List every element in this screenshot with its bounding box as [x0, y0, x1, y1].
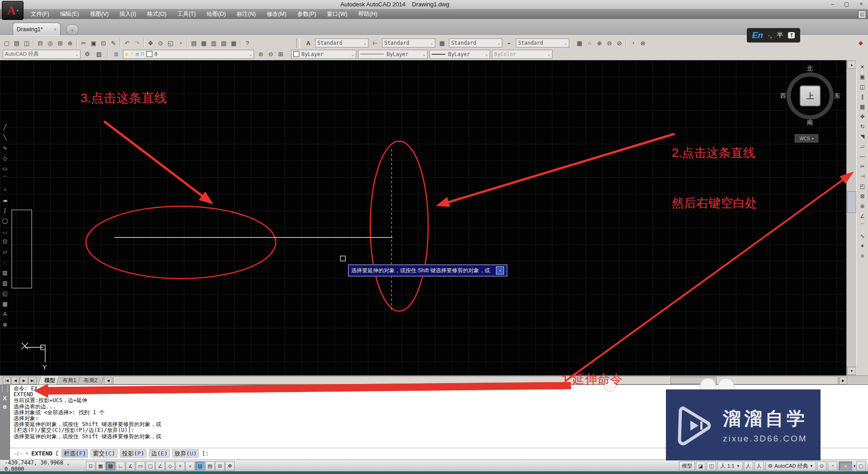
properties-palette-icon[interactable]: ▤: [189, 38, 199, 48]
match-properties-icon[interactable]: ✎: [108, 38, 118, 48]
hscroll-left-icon[interactable]: ◀: [104, 377, 112, 384]
infer-constraints-toggle[interactable]: ⊡: [86, 461, 95, 471]
viewcube-top-face[interactable]: 上: [800, 85, 821, 106]
open-icon[interactable]: ▤: [12, 38, 22, 48]
option-chip-C[interactable]: 窗交(C): [90, 449, 117, 458]
menubar-overflow-icon[interactable]: ◱: [858, 10, 866, 19]
close-icon[interactable]: X: [3, 395, 7, 402]
ime-lang-label[interactable]: En: [752, 30, 763, 40]
print-icon[interactable]: ⊟: [35, 38, 45, 48]
table-style-icon[interactable]: ▦: [437, 38, 447, 48]
viewcube-south-label[interactable]: 南: [807, 118, 813, 127]
viewports-icon[interactable]: ▦: [575, 38, 585, 48]
draw-polyline-icon[interactable]: ∿: [0, 143, 9, 152]
ellipse-wide-entity[interactable]: [86, 206, 276, 279]
modify-blend-icon[interactable]: ∿: [857, 231, 868, 241]
draw-point-icon[interactable]: ∙: [0, 258, 9, 266]
ime-language-bar[interactable]: En ·, 半 T: [747, 28, 800, 43]
zoom-window-icon[interactable]: ◱: [165, 38, 175, 48]
modify-join-icon[interactable]: ⊕: [857, 201, 868, 211]
print-preview-icon[interactable]: ◎: [45, 38, 55, 48]
ime-skin-icon[interactable]: T: [788, 32, 795, 38]
modify-scale-icon[interactable]: ◥: [857, 132, 868, 142]
view-del-icon[interactable]: ⊗: [638, 38, 648, 48]
linetype-select[interactable]: ByLayer⌄: [358, 50, 428, 59]
wrench-icon[interactable]: ⚙: [3, 404, 7, 410]
help-icon[interactable]: ?: [242, 38, 252, 48]
scroll-down-icon[interactable]: ▼: [847, 367, 856, 375]
tooltip-more-icon[interactable]: ▪: [496, 266, 504, 275]
layer-match-icon[interactable]: ⊞: [276, 49, 286, 59]
modify-move-icon[interactable]: ✥: [857, 112, 868, 122]
option-chip-U[interactable]: 放弃(U): [172, 449, 199, 458]
draw-hatch-icon[interactable]: ▨: [0, 268, 9, 277]
ime-punct-label[interactable]: ·,: [768, 32, 772, 39]
modify-array-icon[interactable]: ▦: [857, 102, 868, 112]
drawing-quick-view-icon[interactable]: ◫: [707, 461, 716, 471]
draw-region-icon[interactable]: ◱: [0, 289, 9, 298]
toolbar-grip[interactable]: [296, 38, 300, 47]
workspace-settings-icon[interactable]: ⚙: [82, 49, 92, 59]
undo-icon[interactable]: ↶: [122, 38, 132, 48]
option-chip-F[interactable]: 栏选(F): [61, 449, 88, 458]
viewcube-north-label[interactable]: 北: [807, 65, 813, 73]
tab-nav-first-icon[interactable]: |◀: [3, 377, 11, 384]
draw-polygon-icon[interactable]: ◇: [0, 154, 9, 162]
status-bulb-icon[interactable]: ●: [839, 461, 852, 471]
transparency-toggle[interactable]: ▨: [195, 461, 205, 471]
panel-grip[interactable]: [2, 386, 8, 392]
lineweight-select[interactable]: ByLayer⌄: [429, 50, 490, 59]
vertical-scrollbar[interactable]: ▲ ▼: [846, 60, 857, 375]
polar-tracking-toggle[interactable]: ∡: [126, 461, 135, 471]
layer-prev-icon[interactable]: ⊝: [266, 49, 276, 59]
modify-lengthen-icon[interactable]: —: [857, 152, 868, 161]
tab-nav-last-icon[interactable]: ▶|: [28, 377, 37, 384]
object-snap-tracking-toggle[interactable]: ∠: [156, 461, 165, 471]
tab-nav-next-icon[interactable]: ▶: [20, 377, 28, 384]
annotation-monitor-toggle[interactable]: ✥: [225, 461, 235, 471]
draw-table-icon[interactable]: ▦: [0, 299, 9, 308]
tab-nav-prev-icon[interactable]: ◀: [11, 377, 19, 384]
menu-item-format[interactable]: 格式(O): [142, 9, 172, 19]
menu-item-tools[interactable]: 工具(T): [172, 9, 201, 19]
new-tab-button[interactable]: +: [66, 24, 79, 35]
new-icon[interactable]: ▢: [2, 38, 12, 48]
menu-item-edit[interactable]: 编辑(E): [55, 9, 85, 19]
menu-item-modify[interactable]: 修改(M): [261, 9, 292, 19]
modify-explode-icon[interactable]: ✶: [857, 241, 868, 251]
annotation-autoscale-icon[interactable]: 人: [755, 461, 764, 471]
menu-item-draw[interactable]: 绘图(D): [201, 9, 231, 19]
modify-break-at-point-icon[interactable]: ◰: [857, 181, 868, 191]
modify-trim-icon[interactable]: ✂: [857, 161, 868, 171]
draw-line-icon[interactable]: ╱: [0, 123, 9, 131]
layer-properties-icon[interactable]: ≣: [111, 49, 121, 59]
table-style-select[interactable]: Standard⌄: [449, 38, 502, 47]
draw-revcloud-icon[interactable]: ☁: [0, 195, 9, 204]
menu-item-insert[interactable]: 插入(I): [114, 9, 142, 19]
draw-mtext-icon[interactable]: A: [0, 310, 9, 318]
maximize-button[interactable]: ▢: [842, 0, 852, 8]
text-style-select[interactable]: Standard⌄: [315, 38, 368, 47]
view-none-icon[interactable]: ⊘: [614, 38, 624, 48]
named-views-icon[interactable]: ○: [585, 38, 594, 48]
hardware-accel-icon[interactable]: ◔: [828, 461, 837, 471]
modify-fillet-icon[interactable]: ⌒: [857, 221, 868, 231]
annotation-visibility-icon[interactable]: 人: [744, 461, 753, 471]
toolbar-lock-icon[interactable]: ⊙: [817, 461, 826, 471]
sheet-set-manager-icon[interactable]: ▧: [219, 38, 229, 48]
chevron-down-icon[interactable]: ▾: [854, 464, 855, 468]
clean-screen-button[interactable]: ▢: [856, 461, 866, 471]
color-select[interactable]: ByLayer⌄: [291, 50, 356, 59]
plotstyle-select[interactable]: ByColor⌄: [492, 50, 552, 59]
modify-erase-icon[interactable]: ✕: [857, 62, 868, 72]
tab-drawing1[interactable]: Drawing1* ×: [13, 23, 61, 35]
recent-commands-icon[interactable]: —/— ▾: [14, 450, 28, 456]
text-style-icon[interactable]: A: [303, 38, 313, 48]
draw-gradient-icon[interactable]: ▧: [0, 279, 9, 287]
publish-icon[interactable]: ⊕: [65, 38, 75, 48]
wcs-dropdown[interactable]: WCS▾: [795, 134, 818, 142]
draw-make-block-icon[interactable]: ▱: [0, 247, 9, 256]
view-add-icon[interactable]: ⊕: [594, 38, 604, 48]
modify-group-icon[interactable]: ≡: [857, 251, 868, 261]
lineweight-show-toggle[interactable]: ＋: [185, 461, 195, 471]
